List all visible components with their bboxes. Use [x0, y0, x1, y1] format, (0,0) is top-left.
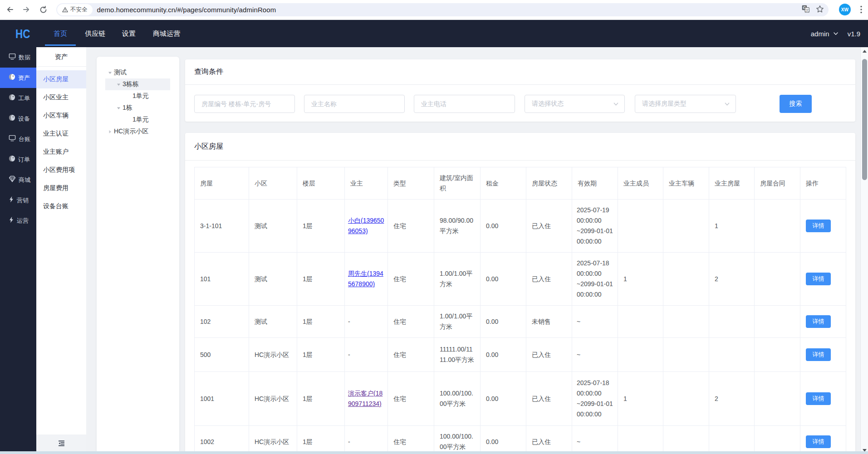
cell-house: 102 — [195, 306, 249, 338]
owner-phone-field[interactable] — [414, 95, 515, 113]
cell-rent: 0.00 — [481, 200, 526, 253]
detail-button[interactable]: 详情 — [806, 273, 831, 285]
column-header-业主房屋: 业主房屋 — [709, 167, 755, 200]
owner-link[interactable]: 周先生(13945678900) — [348, 270, 383, 288]
submenu-item-房屋费用[interactable]: 房屋费用 — [36, 179, 86, 197]
owner-link[interactable]: 演示客户(18909711234) — [348, 390, 383, 407]
submenu-item-业主认证[interactable]: 业主认证 — [36, 125, 86, 143]
query-card-title: 查询条件 — [185, 59, 855, 85]
house-number-input[interactable] — [195, 95, 294, 112]
app-logo[interactable]: HC — [15, 27, 30, 41]
sidebar-item-数据[interactable]: 数据 — [0, 47, 36, 68]
cell-status: 已入住 — [526, 338, 572, 372]
collapse-menu-icon[interactable] — [58, 440, 65, 449]
tree-node-1栋[interactable]: 1栋 — [105, 102, 170, 114]
submenu-item-小区房屋[interactable]: 小区房屋 — [36, 70, 86, 88]
caret-down-icon[interactable] — [116, 106, 121, 110]
detail-button[interactable]: 详情 — [806, 435, 831, 448]
browser-forward-button[interactable] — [20, 3, 33, 16]
validity-line: ~ — [577, 437, 614, 447]
submenu-item-设备台账[interactable]: 设备台账 — [36, 197, 86, 215]
app-version: v1.9 — [848, 30, 860, 38]
house-number-field[interactable] — [194, 95, 295, 113]
card-body: 房屋小区楼层业主类型建筑/室内面积租金房屋状态有效期业主成员业主车辆业主房屋房屋… — [185, 161, 855, 454]
bookmark-star-icon[interactable] — [816, 5, 824, 15]
nav-tab-label: 商城运营 — [153, 29, 180, 38]
nav-tab-2[interactable]: 供应链 — [77, 20, 113, 47]
nav-tab-4[interactable]: 商城运营 — [146, 20, 187, 47]
browser-reload-button[interactable] — [37, 3, 49, 16]
tree-node-测试[interactable]: 测试 — [105, 67, 170, 78]
column-header-业主成员: 业主成员 — [618, 167, 663, 200]
sidebar-item-营销[interactable]: 营销 — [0, 190, 36, 210]
submenu-item-小区业主[interactable]: 小区业主 — [36, 88, 86, 107]
monitor-icon — [9, 53, 16, 62]
cell-validity: 2025-07-1900:00:00~2099-01-0100:00:00 — [572, 200, 618, 253]
cell-houses — [709, 426, 755, 454]
validity-line: 2025-07-19 — [577, 205, 614, 215]
sidebar-item-台账[interactable]: 台账 — [0, 129, 36, 149]
cell-status: 已入住 — [526, 372, 572, 426]
nav-tab-3[interactable]: 设置 — [115, 20, 142, 47]
user-menu[interactable]: admin — [811, 30, 829, 38]
table-row: 102测试1层-住宅1.00/1.00平方米0.00未销售~详情 — [195, 306, 846, 338]
sidebar-item-运营[interactable]: 运营 — [0, 210, 36, 231]
cell-validity: ~ — [572, 338, 618, 372]
page-scrollbar[interactable] — [860, 47, 868, 454]
submenu-item-小区车辆[interactable]: 小区车辆 — [36, 107, 86, 125]
status-select[interactable]: 请选择状态 — [525, 95, 625, 113]
globe-icon — [9, 94, 15, 103]
security-label: 不安全 — [70, 6, 88, 14]
cell-actions: 详情 — [800, 253, 846, 306]
detail-button[interactable]: 详情 — [806, 392, 831, 405]
nav-tab-1[interactable]: 首页 — [45, 20, 76, 47]
tree-node-3栋栋[interactable]: 3栋栋 — [105, 78, 170, 90]
caret-right-icon[interactable] — [108, 129, 112, 134]
cell-contract — [755, 372, 800, 426]
submenu-item-label: 房屋费用 — [43, 184, 69, 192]
site-security-chip[interactable]: 不安全 — [57, 4, 93, 15]
detail-button[interactable]: 详情 — [806, 348, 831, 361]
submenu-item-label: 小区车辆 — [43, 112, 69, 120]
owner-phone-input[interactable] — [414, 95, 515, 112]
search-button[interactable]: 搜索 — [780, 95, 812, 113]
sidebar-item-设备[interactable]: 设备 — [0, 108, 36, 129]
browser-back-button[interactable] — [4, 3, 16, 16]
browser-menu-icon[interactable] — [857, 3, 865, 16]
translate-icon[interactable]: G文 — [802, 5, 809, 15]
cell-validity: 2025-07-1800:00:00~2099-01-0100:00:00 — [572, 253, 618, 306]
cell-vehicles — [663, 426, 709, 454]
browser-toolbar: 不安全 demo.homecommunity.cn/#/pages/commun… — [0, 0, 868, 20]
sidebar-item-资产[interactable]: 资产 — [0, 68, 36, 88]
column-header-建筑/室内面积: 建筑/室内面积 — [434, 167, 481, 200]
caret-down-icon[interactable] — [108, 70, 112, 75]
owner-name-field[interactable] — [304, 95, 405, 113]
cell-type: 住宅 — [388, 306, 434, 338]
scroll-up-icon[interactable] — [861, 47, 868, 55]
cell-owner: 演示客户(18909711234) — [345, 372, 388, 426]
sidebar-item-工单[interactable]: 工单 — [0, 88, 36, 108]
svg-text:文: 文 — [805, 8, 809, 12]
tree-node-HC演示小区[interactable]: HC演示小区 — [105, 126, 170, 137]
detail-button[interactable]: 详情 — [806, 220, 831, 232]
cell-owner: 小白(13965096053) — [345, 200, 388, 253]
warning-icon — [62, 7, 68, 13]
submenu-item-业主账户[interactable]: 业主账户 — [36, 143, 86, 161]
sidebar-item-商城[interactable]: 商城 — [0, 170, 36, 190]
caret-down-icon[interactable] — [116, 82, 121, 87]
owner-name-input[interactable] — [304, 95, 404, 112]
owner-link[interactable]: 小白(13965096053) — [348, 217, 384, 234]
detail-button[interactable]: 详情 — [806, 315, 831, 328]
tree-node-1单元[interactable]: 1单元 — [105, 114, 170, 126]
cell-community: 测试 — [249, 200, 297, 253]
cell-type: 住宅 — [388, 253, 434, 306]
address-bar[interactable]: 不安全 demo.homecommunity.cn/#/pages/commun… — [56, 3, 829, 16]
browser-profile-avatar[interactable]: XW — [839, 4, 851, 15]
cell-actions: 详情 — [800, 306, 846, 338]
tree-node-1单元[interactable]: 1单元 — [105, 90, 170, 102]
cell-members: 1 — [618, 253, 663, 306]
submenu-item-小区费用项[interactable]: 小区费用项 — [36, 161, 86, 179]
house-type-select[interactable]: 请选择房屋类型 — [635, 95, 736, 113]
scrollbar-thumb[interactable] — [862, 59, 867, 180]
sidebar-item-订单[interactable]: 订单 — [0, 149, 36, 170]
